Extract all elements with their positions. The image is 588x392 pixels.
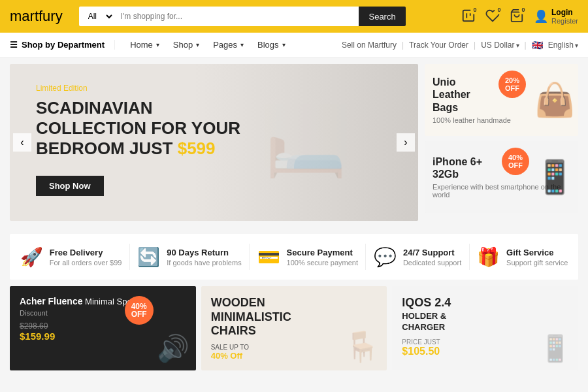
cart-badge: 0 [519,5,528,14]
wishlist-badge: 0 [495,5,504,14]
search-category-select[interactable]: All [79,7,114,26]
chairs-title-line3: CHAIRS [211,324,256,337]
feature-gift-sub: Support gift service [506,259,568,267]
cart-icon[interactable]: 0 [510,8,524,25]
feature-gift-title: Gift Service [506,248,568,257]
login-label[interactable]: Login [551,8,578,17]
sell-on-martfury-link[interactable]: Sell on Martfury [342,41,397,50]
wishlist-icon[interactable]: 0 [485,8,500,25]
speaker-badge-off: OFF [131,310,147,318]
nav-separator-3: | [525,41,527,50]
speaker-brand-main: Acher Fluence [20,296,82,306]
feature-support-title: 24/7 Support [403,248,461,257]
feature-gift-text: Gift Service Support gift service [506,248,568,267]
iqos-brand-name: IQOS 2.4 [402,296,568,310]
track-order-link[interactable]: Track Your Order [409,41,468,50]
product-card-iqos[interactable]: IQOS 2.4 HOLDER & CHARGER PRICE JUST $10… [392,286,578,370]
search-bar: All Search [79,7,406,26]
banner-iphone-pct: 40% [508,154,523,161]
speaker-discount-label: Discount [20,309,186,317]
iqos-brand-detail: HOLDER & CHARGER [402,311,568,333]
user-icon: 👤 [534,9,548,24]
product-card-speaker[interactable]: Acher Fluence Minimal Speaker Discount $… [10,286,196,370]
header-icons: 0 0 0 👤 Login Register [461,8,578,25]
main-nav: ☰ Shop by Department Home Shop Pages Blo… [0,33,588,57]
feature-delivery-sub: For all orders over $99 [50,259,122,267]
site-header: martfury All Search 0 0 0 👤 Login Regist… [0,0,588,33]
feature-delivery-title: Free Delivery [50,248,122,257]
iqos-brand: IQOS 2.4 HOLDER & CHARGER [402,296,568,333]
speaker-old-price: $298.60 [20,321,48,331]
compare-icon[interactable]: 0 [461,8,476,25]
feature-delivery-text: Free Delivery For all orders over $99 [50,248,122,267]
product-cards-area: Acher Fluence Minimal Speaker Discount $… [10,286,578,370]
feature-secure-payment: 💳 Secure Payment 100% secure payment [257,246,358,268]
slider-content: Limited Edition SCADINAVIAN COLLECTION F… [10,64,418,216]
feature-support-text: 24/7 Support Dedicated support [403,248,461,267]
feature-free-delivery: 🚀 Free Delivery For all orders over $99 [20,246,122,268]
side-banner-bags[interactable]: UnioLeatherBags 100% leather handmade 20… [425,64,578,136]
slider-next-button[interactable]: › [397,133,415,152]
nav-separator-2: | [474,41,476,50]
nav-separator-1: | [402,41,404,50]
banner-bags-off: OFF [505,84,519,92]
feature-divider-1 [129,244,130,270]
slider-tag: Limited Edition [36,84,392,93]
speaker-image: 🔊 [157,333,189,364]
flag-icon: 🇬🇧 [532,40,543,50]
feature-payment-sub: 100% secure payment [287,259,358,267]
slider-shop-now-button[interactable]: Shop Now [36,176,104,196]
shop-dept-label: Shop by Department [22,40,105,50]
search-input[interactable] [114,7,359,26]
return-icon: 🔄 [137,246,160,268]
register-label[interactable]: Register [551,17,578,25]
login-register: Login Register [551,8,578,25]
feature-divider-3 [365,244,366,270]
site-logo[interactable]: martfury [10,8,63,25]
logo-sub: fury [39,8,63,24]
language-selector[interactable]: English [548,41,578,50]
nav-blogs[interactable]: Blogs [252,33,291,56]
chairs-title-line2: MINIMALISTIC [211,310,291,323]
free-delivery-icon: 🚀 [20,246,43,268]
feature-divider-4 [469,244,470,270]
slider-title-line3: BEDROOM JUST [36,139,172,158]
login-area[interactable]: 👤 Login Register [534,8,578,25]
iphone-image-icon: 📱 [534,158,575,196]
product-card-chairs[interactable]: WOODEN MINIMALISTIC CHAIRS SALE UP TO 40… [201,286,387,370]
secure-payment-icon: 💳 [257,246,280,268]
feature-support-sub: Dedicated support [403,259,461,267]
banner-bags-sub: 100% leather handmade [433,116,511,124]
feature-support: 💬 24/7 Support Dedicated support [374,246,461,268]
banner-bags-badge: 20% OFF [498,71,526,98]
support-icon: 💬 [374,246,397,268]
speaker-badge: 40% OFF [125,296,154,325]
banner-iphone-badge: 40% OFF [502,148,529,175]
iqos-image: 📱 [539,333,572,364]
feature-return-text: 90 Days Return If goods have problems [167,248,241,267]
slider-prev-button[interactable]: ‹ [13,133,31,152]
feature-return: 🔄 90 Days Return If goods have problems [137,246,241,268]
side-banners: UnioLeatherBags 100% leather handmade 20… [425,64,578,221]
feature-gift: 🎁 Gift Service Support gift service [477,246,568,268]
feature-divider-2 [249,244,250,270]
currency-selector[interactable]: US Dollar [481,41,519,50]
search-button[interactable]: Search [359,7,405,26]
banner-bags-pct: 20% [505,76,519,84]
side-banner-iphone[interactable]: iPhone 6+32Gb Experience with best smart… [425,141,578,213]
shop-by-department[interactable]: ☰ Shop by Department [10,40,115,50]
nav-links: Home Shop Pages Blogs [115,33,290,56]
speaker-new-price: $159.99 [20,331,55,342]
nav-shop[interactable]: Shop [168,33,204,56]
hamburger-icon: ☰ [10,40,18,50]
nav-home[interactable]: Home [125,33,165,56]
slider-title-line2: COLLECTION FOR YOUR [36,118,240,138]
hero-slider: ‹ Limited Edition SCADINAVIAN COLLECTION… [10,64,418,221]
chairs-image: 🪑 [344,329,380,364]
logo-main: mart [10,8,39,24]
bags-image-icon: 👜 [534,81,575,119]
nav-pages[interactable]: Pages [208,33,249,56]
feature-return-title: 90 Days Return [167,248,241,257]
feature-strip: 🚀 Free Delivery For all orders over $99 … [10,234,578,280]
slider-title-line1: SCADINAVIAN [36,98,153,118]
